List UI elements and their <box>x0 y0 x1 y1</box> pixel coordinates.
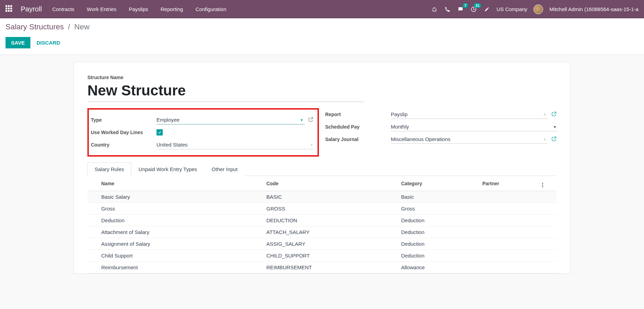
nav-payslips[interactable]: Payslips <box>129 6 148 12</box>
cell-category: Basic <box>398 191 480 203</box>
avatar[interactable] <box>533 4 543 14</box>
breadcrumb-sep: / <box>68 22 70 31</box>
nav-contracts[interactable]: Contracts <box>52 6 74 12</box>
uwd-row: Use Worked Day Lines <box>91 126 313 139</box>
cell-name: Attachment of Salary <box>87 226 264 238</box>
cell-partner <box>480 262 539 273</box>
form-sheet: Structure Name Type ▼ Use Worked Day Lin… <box>73 62 571 274</box>
cell-code: ASSIG_SALARY <box>264 238 398 250</box>
cell-name: Child Support <box>87 250 264 262</box>
country-row: Country ▼ <box>91 139 313 151</box>
external-link-icon[interactable] <box>551 111 557 118</box>
breadcrumb-root[interactable]: Salary Structures <box>6 22 64 31</box>
journal-row: Salary Journal ▼ <box>325 133 557 146</box>
cell-partner <box>480 238 539 250</box>
breadcrumb: Salary Structures / New <box>6 22 638 31</box>
cell-name: Reimbursement <box>87 262 264 273</box>
cell-name: Basic Salary <box>87 191 264 203</box>
bug-icon[interactable] <box>431 6 438 13</box>
col-options <box>539 176 557 191</box>
journal-field[interactable] <box>391 135 548 144</box>
activity-icon[interactable]: 31 <box>470 6 477 13</box>
table-row[interactable]: Child SupportCHILD_SUPPORTDeduction <box>87 250 557 262</box>
nav-configuration[interactable]: Configuration <box>196 6 226 12</box>
tab-other-input[interactable]: Other Input <box>205 162 245 176</box>
tabs: Salary Rules Unpaid Work Entry Types Oth… <box>87 162 557 176</box>
nav-work-entries[interactable]: Work Entries <box>87 6 116 12</box>
cell-partner <box>480 203 539 215</box>
external-link-icon[interactable] <box>551 136 557 143</box>
phone-icon[interactable] <box>444 6 451 13</box>
country-label: Country <box>91 142 157 148</box>
structure-name-field[interactable] <box>87 82 364 102</box>
cell-code: REIMBURSEMENT <box>264 262 398 273</box>
type-label: Type <box>91 117 157 123</box>
col-name[interactable]: Name <box>87 176 264 191</box>
salary-rules-table: Name Code Category Partner Basic SalaryB… <box>87 176 557 273</box>
app-brand[interactable]: Payroll <box>21 5 42 13</box>
sched-label: Scheduled Pay <box>325 124 391 130</box>
report-field[interactable] <box>391 110 548 119</box>
breadcrumb-current: New <box>74 22 89 31</box>
cell-partner <box>480 226 539 238</box>
cell-category: Deduction <box>398 250 480 262</box>
external-link-icon[interactable] <box>308 117 313 123</box>
save-button[interactable]: SAVE <box>6 37 30 48</box>
nav-menu: Contracts Work Entries Payslips Reportin… <box>52 6 431 12</box>
kebab-icon[interactable] <box>542 183 543 187</box>
cell-name: Deduction <box>87 215 264 226</box>
col-code[interactable]: Code <box>264 176 398 191</box>
cell-code: GROSS <box>264 203 398 215</box>
cell-category: Gross <box>398 203 480 215</box>
cell-category: Deduction <box>398 226 480 238</box>
cell-name: Gross <box>87 203 264 215</box>
cell-code: DEDUCTION <box>264 215 398 226</box>
type-row: Type ▼ <box>91 114 313 126</box>
discard-button[interactable]: DISCARD <box>37 40 60 46</box>
action-buttons: SAVE DISCARD <box>6 37 638 48</box>
table-row[interactable]: DeductionDEDUCTIONDeduction <box>87 215 557 226</box>
company-selector[interactable]: US Company <box>496 6 527 12</box>
highlighted-section: Type ▼ Use Worked Day Lines C <box>87 108 319 157</box>
cell-code: BASIC <box>264 191 398 203</box>
messages-icon[interactable]: 7 <box>457 6 464 13</box>
table-row[interactable]: GrossGROSSGross <box>87 203 557 215</box>
table-row[interactable]: ReimbursementREIMBURSEMENTAllowance <box>87 262 557 273</box>
sched-field[interactable] <box>391 122 558 131</box>
table-row[interactable]: Assignment of SalaryASSIG_SALARYDeductio… <box>87 238 557 250</box>
user-menu[interactable]: Mitchell Admin (16088564-saas-15-1-a <box>549 6 638 12</box>
tab-salary-rules[interactable]: Salary Rules <box>87 162 131 176</box>
structure-name-label: Structure Name <box>87 75 557 80</box>
tools-icon[interactable] <box>483 6 490 13</box>
cell-name: Assignment of Salary <box>87 238 264 250</box>
right-column: Report ▼ Scheduled Pay ▼ Salary Journal <box>325 108 557 146</box>
nav-right: 7 31 US Company Mitchell Admin (16088564… <box>431 4 638 14</box>
cell-category: Allowance <box>398 262 480 273</box>
messages-badge: 7 <box>463 3 468 8</box>
report-label: Report <box>325 112 391 117</box>
table-row[interactable]: Attachment of SalaryATTACH_SALARYDeducti… <box>87 226 557 238</box>
table-row[interactable]: Basic SalaryBASICBasic <box>87 191 557 203</box>
apps-icon[interactable] <box>6 5 14 13</box>
cell-partner <box>480 250 539 262</box>
uwd-label: Use Worked Day Lines <box>91 130 157 135</box>
control-panel: Salary Structures / New SAVE DISCARD <box>0 18 644 55</box>
type-field[interactable] <box>157 115 305 124</box>
cell-partner <box>480 191 539 203</box>
activity-badge: 31 <box>474 3 481 8</box>
cell-partner <box>480 215 539 226</box>
tab-unpaid-work-entry[interactable]: Unpaid Work Entry Types <box>131 162 205 176</box>
journal-label: Salary Journal <box>325 137 391 142</box>
report-row: Report ▼ <box>325 108 557 121</box>
main-navbar: Payroll Contracts Work Entries Payslips … <box>0 0 644 18</box>
cell-code: CHILD_SUPPORT <box>264 250 398 262</box>
col-partner[interactable]: Partner <box>480 176 539 191</box>
uwd-checkbox[interactable] <box>157 129 163 135</box>
sched-row: Scheduled Pay ▼ <box>325 121 557 133</box>
col-category[interactable]: Category <box>398 176 480 191</box>
country-field[interactable] <box>157 140 315 149</box>
cell-code: ATTACH_SALARY <box>264 226 398 238</box>
cell-category: Deduction <box>398 238 480 250</box>
nav-reporting[interactable]: Reporting <box>161 6 183 12</box>
cell-category: Deduction <box>398 215 480 226</box>
